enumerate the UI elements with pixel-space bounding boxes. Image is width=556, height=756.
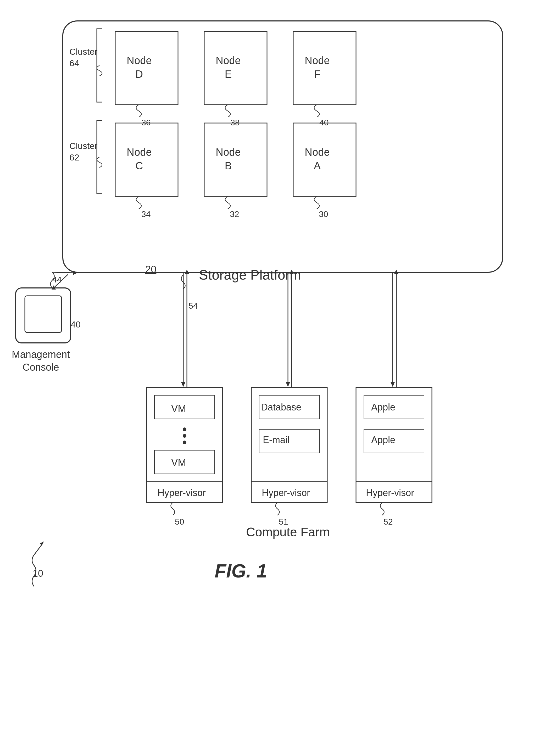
- node-f-ref: 40: [319, 118, 329, 128]
- node-a-label: NodeA: [305, 145, 330, 173]
- vm-top-label: VM: [171, 403, 186, 414]
- database-label: Database: [261, 402, 301, 413]
- arrow-54-ref: 54: [188, 301, 198, 311]
- hypervisor-1-label: Hyper-visor: [158, 487, 206, 499]
- svg-marker-23: [390, 382, 395, 387]
- svg-marker-17: [185, 270, 189, 274]
- svg-marker-19: [286, 382, 290, 387]
- svg-marker-38: [40, 541, 44, 546]
- svg-marker-25: [394, 270, 398, 274]
- storage-platform-label: Storage Platform: [199, 267, 301, 283]
- hypervisor-3-label: Hyper-visor: [366, 487, 414, 499]
- node-a-ref: 30: [319, 209, 328, 219]
- apple-bottom-label: Apple: [371, 435, 395, 446]
- node-e-label: NodeE: [216, 54, 241, 81]
- node-e-ref: 38: [230, 118, 240, 128]
- node-d-ref: 36: [141, 118, 151, 128]
- compute-farm-label: Compute Farm: [246, 525, 330, 539]
- svg-marker-12: [51, 285, 56, 289]
- node-c-label: NodeC: [127, 145, 152, 173]
- compute-ref-50: 50: [175, 517, 184, 527]
- fig-1-label: FIG. 1: [215, 560, 267, 582]
- compute-ref-52: 52: [383, 517, 393, 527]
- arrow-44-ref: 44: [53, 275, 62, 284]
- fig-10-ref: 10: [33, 568, 43, 579]
- node-b-ref: 32: [230, 209, 239, 219]
- svg-marker-10: [73, 271, 77, 275]
- svg-point-40: [183, 434, 186, 438]
- vm-bottom-label: VM: [171, 457, 186, 468]
- node-f-label: NodeF: [305, 54, 330, 81]
- email-label: E-mail: [263, 435, 289, 446]
- mgmt-console-ref: 40: [71, 319, 81, 330]
- node-c-ref: 34: [141, 209, 151, 219]
- node-d-label: NodeD: [127, 54, 152, 81]
- svg-line-9: [53, 272, 73, 273]
- node-b-label: NodeB: [216, 145, 241, 173]
- apple-top-label: Apple: [371, 402, 395, 413]
- storage-platform-ref: 20: [145, 264, 156, 275]
- svg-point-41: [183, 441, 186, 444]
- svg-rect-7: [16, 288, 71, 343]
- svg-rect-8: [25, 296, 62, 333]
- mgmt-console-label: ManagementConsole: [12, 348, 70, 374]
- svg-point-39: [183, 427, 186, 431]
- svg-marker-15: [181, 382, 185, 387]
- hypervisor-2-label: Hyper-visor: [262, 487, 310, 499]
- cluster-62-label: Cluster 62: [69, 140, 98, 163]
- cluster-64-label: Cluster 64: [69, 46, 98, 69]
